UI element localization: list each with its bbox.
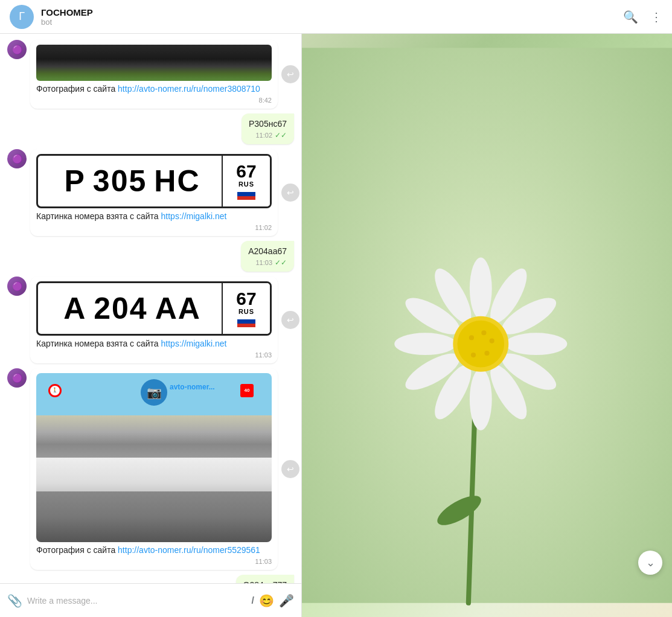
reply-button[interactable]: ↩: [281, 460, 299, 478]
message-bubble: А 204 АА 67 RUS: [30, 277, 278, 363]
speed-sign: 40: [240, 384, 254, 397]
main-layout: 🟣 Фотография с сайта http://avto-nomer.r…: [0, 34, 672, 617]
outgoing-bubble: А204аа67 11:03 ✓✓: [241, 241, 294, 272]
bubble-text: А204аа67: [248, 246, 287, 258]
svg-point-9: [470, 369, 492, 430]
reply-button[interactable]: ↩: [281, 65, 299, 83]
header-info: ГОСНОМЕР bot: [41, 7, 623, 27]
message-time: 11:03: [255, 259, 272, 266]
bubble-meta: 11:02: [36, 224, 272, 231]
message-row: 🟣 Р 305 НС 67 RUS: [7, 149, 294, 236]
bubble-meta: 11:02 ✓✓: [249, 131, 287, 139]
plate-region: 67 RUS: [222, 283, 270, 334]
message-time: 11:03: [255, 558, 272, 565]
outgoing-bubble: Р305нс67 11:02 ✓✓: [242, 113, 294, 145]
plate-letters: А 204 АА: [38, 291, 222, 326]
bot-avatar: 🟣: [7, 40, 27, 59]
plate-link[interactable]: https://migalki.net: [161, 339, 227, 348]
search-icon[interactable]: 🔍: [623, 10, 638, 24]
scroll-down-button[interactable]: ⌄: [638, 551, 662, 575]
outgoing-message-row: А204аа67 11:03 ✓✓: [7, 241, 294, 272]
flower-background: [302, 34, 672, 617]
bubble-wrapper: Р 305 НС 67 RUS: [30, 149, 278, 236]
double-check-icon: ✓✓: [275, 258, 287, 267]
photo-link[interactable]: http://avto-nomer.ru/ru/nomer3808710: [118, 84, 260, 94]
bubble-text: Фотография с сайта http://avto-nomer.ru/…: [36, 545, 272, 557]
message-row: 🟣 А 204 АА 67 RUS: [7, 277, 294, 363]
message-bubble: 📷 avto-nomer... 🚶 40 Фотография с сайта …: [30, 368, 278, 570]
background-panel: ⌄: [302, 34, 672, 617]
chat-subtitle: bot: [41, 18, 623, 27]
outgoing-message-row: О284се777 11:08 ✓✓: [7, 575, 294, 583]
plate-letters: Р 305 НС: [38, 164, 222, 199]
message-row: 🟣 📷 avto-nomer... 🚶 40: [7, 368, 294, 570]
chat-title: ГОСНОМЕР: [41, 7, 623, 18]
license-plate-image: Р 305 НС 67 RUS: [36, 154, 272, 208]
plate-link[interactable]: https://migalki.net: [161, 211, 227, 221]
bubble-wrapper: Фотография с сайта http://avto-nomer.ru/…: [30, 40, 278, 109]
message-row: 🟣 Фотография с сайта http://avto-nomer.r…: [7, 40, 294, 109]
watermark-text: avto-nomer...: [170, 383, 215, 391]
message-time: 8:42: [259, 97, 272, 104]
bubble-wrapper: А 204 АА 67 RUS: [30, 277, 278, 363]
traffic-sign: 🚶: [48, 384, 62, 397]
svg-point-3: [470, 258, 492, 319]
russia-flag: [237, 188, 255, 200]
chat-avatar: Г: [10, 5, 34, 29]
bubble-meta: 11:03: [36, 351, 272, 359]
bot-avatar: 🟣: [7, 149, 27, 168]
double-check-icon: ✓✓: [275, 131, 287, 139]
svg-point-17: [469, 335, 474, 340]
outgoing-bubble: О284се777 11:08 ✓✓: [236, 575, 294, 583]
reply-button[interactable]: ↩: [281, 184, 299, 202]
svg-point-21: [471, 353, 476, 357]
svg-point-12: [394, 333, 456, 355]
watermark-camera: 📷: [141, 379, 167, 406]
message-input[interactable]: [27, 596, 247, 606]
svg-point-6: [505, 333, 567, 355]
messages-container: 🟣 Фотография с сайта http://avto-nomer.r…: [0, 34, 301, 583]
commands-icon[interactable]: /: [252, 595, 254, 606]
russia-flag: [237, 315, 255, 327]
photo-link[interactable]: http://avto-nomer.ru/ru/nomer5529561: [118, 545, 260, 555]
attach-icon[interactable]: 📎: [7, 593, 22, 608]
message-bubble: Р 305 НС 67 RUS: [30, 149, 278, 236]
message-time: 11:02: [255, 224, 272, 231]
input-bar: 📎 / 😊 🎤: [0, 583, 301, 617]
car-photo-top: [36, 45, 272, 81]
bubble-text: Картинка номера взята с сайта https://mi…: [36, 338, 272, 350]
plate-region: 67 RUS: [222, 156, 270, 206]
header-icons: 🔍 ⋮: [623, 10, 662, 24]
chat-area: 🟣 Фотография с сайта http://avto-nomer.r…: [0, 34, 302, 617]
header: Г ГОСНОМЕР bot 🔍 ⋮: [0, 0, 672, 34]
svg-point-16: [457, 321, 504, 368]
emoji-icon[interactable]: 😊: [259, 593, 274, 608]
message-bubble: Фотография с сайта http://avto-nomer.ru/…: [30, 40, 278, 109]
bubble-text: О284се777: [243, 580, 287, 583]
bubble-text: Картинка номера взята с сайта https://mi…: [36, 211, 272, 223]
bubble-wrapper: 📷 avto-nomer... 🚶 40 Фотография с сайта …: [30, 368, 278, 570]
reply-button[interactable]: ↩: [281, 311, 299, 329]
svg-point-20: [484, 351, 489, 356]
bubble-meta: 11:03 ✓✓: [248, 258, 287, 267]
voice-icon[interactable]: 🎤: [279, 593, 294, 608]
svg-point-18: [481, 330, 486, 335]
bubble-text: Р305нс67: [249, 118, 287, 130]
svg-point-19: [490, 338, 494, 343]
outgoing-message-row: Р305нс67 11:02 ✓✓: [7, 113, 294, 145]
car-photo: 📷 avto-nomer... 🚶 40: [36, 373, 272, 542]
license-plate-image: А 204 АА 67 RUS: [36, 281, 272, 336]
menu-icon[interactable]: ⋮: [650, 10, 662, 24]
message-time: 11:02: [255, 132, 272, 139]
bubble-meta: 11:03: [36, 558, 272, 565]
bot-avatar: 🟣: [7, 368, 27, 388]
bubble-text: Фотография с сайта http://avto-nomer.ru/…: [36, 83, 272, 95]
bot-avatar: 🟣: [7, 277, 27, 296]
message-time: 11:03: [255, 351, 272, 359]
bubble-meta: 8:42: [36, 97, 272, 104]
